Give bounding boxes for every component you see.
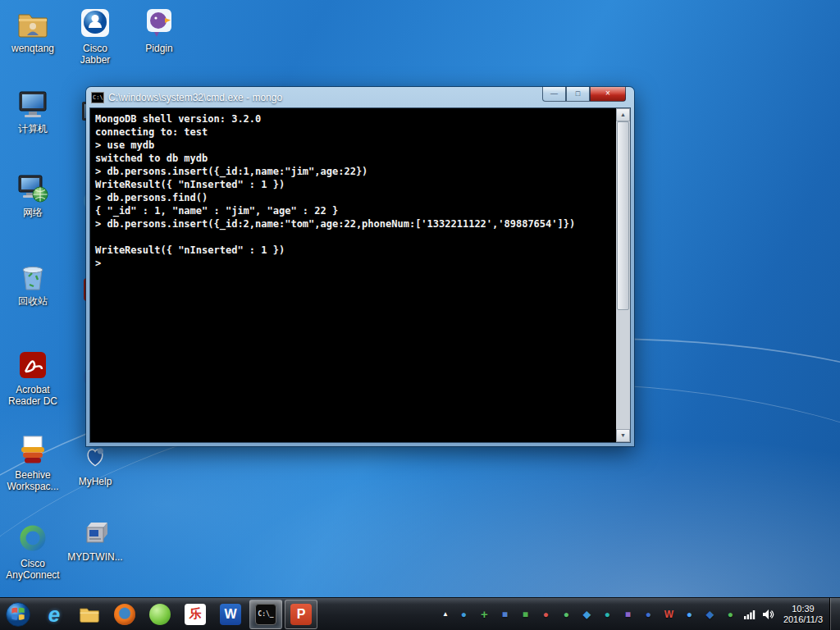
tray-icon[interactable]: ◆: [577, 598, 597, 630]
tray-icon[interactable]: +: [474, 598, 495, 630]
desktop-icon-label: MyHelp: [79, 476, 112, 487]
jabber-icon: [78, 7, 112, 41]
tray-icon[interactable]: ●: [556, 598, 577, 630]
taskbar: e 乐 W C:\_ P ▲ ● + ■ ■ ● ● ◆ ● ■ ● W ● ◆: [0, 597, 840, 630]
desktop-icon-label: 计算机: [18, 123, 48, 135]
desktop-icon-wenqtang[interactable]: wenqtang: [5, 7, 61, 54]
terminal-line: switched to db mydb: [95, 152, 611, 165]
desktop-icon-network[interactable]: 网络: [5, 171, 61, 218]
tray-icon[interactable]: ●: [638, 598, 659, 630]
desktop-icon-myhelp[interactable]: MyHelp: [67, 440, 123, 487]
tray-icon[interactable]: ●: [536, 598, 556, 630]
tray-icon[interactable]: ■: [515, 598, 536, 630]
recycle-bin-icon: [16, 259, 50, 294]
tray-expand-arrow-icon[interactable]: ▲: [437, 610, 454, 618]
green-browser-icon: [149, 604, 171, 625]
terminal-line: { "_id" : 1, "name" : "jim", "age" : 22 …: [95, 204, 611, 217]
desktop-icon-cisco-anyconnect[interactable]: Cisco AnyConnect: [2, 522, 64, 581]
tray-icon[interactable]: ●: [720, 598, 741, 630]
terminal-line: WriteResult({ "nInserted" : 1 }): [95, 178, 611, 191]
taskbar-clock[interactable]: 10:39 2016/11/3: [777, 604, 829, 625]
desktop-icon-recycle-bin[interactable]: 回收站: [5, 259, 61, 307]
network-icon[interactable]: [741, 598, 759, 630]
maximize-button[interactable]: □: [566, 87, 590, 102]
tray-icon[interactable]: ●: [679, 598, 700, 630]
desktop-icon-cisco-jabber[interactable]: Cisco Jabber: [67, 7, 123, 66]
taskbar-letv[interactable]: 乐: [179, 600, 212, 629]
terminal-line: MongoDB shell version: 3.2.0: [95, 112, 611, 126]
tray-icon[interactable]: ◆: [700, 598, 720, 630]
desktop-icon-label: Acrobat Reader DC: [2, 384, 64, 407]
close-button[interactable]: ×: [590, 87, 626, 102]
desktop-icon-acrobat-reader[interactable]: Acrobat Reader DC: [2, 348, 64, 407]
clock-date: 2016/11/3: [783, 614, 823, 625]
terminal-line: > db.persons.insert({_id:1,name:"jim",ag…: [95, 165, 611, 178]
taskbar-powerpoint[interactable]: P: [285, 600, 317, 629]
desktop-icon-label: wenqtang: [11, 43, 54, 54]
tray-icon[interactable]: ■: [618, 598, 638, 630]
taskbar-apps: e 乐 W C:\_ P: [38, 600, 317, 629]
scroll-down-arrow-icon[interactable]: ▼: [616, 429, 630, 442]
terminal-line: > use mydb: [95, 139, 611, 152]
volume-icon[interactable]: [759, 598, 777, 630]
desktop-icon-label: MYDTWIN...: [67, 551, 122, 563]
pidgin-icon: [142, 7, 176, 41]
ie-icon: e: [48, 604, 60, 625]
computer-icon: [16, 87, 50, 121]
desktop-icon-label: 网络: [23, 207, 43, 218]
terminal-line: connecting to: test: [95, 126, 611, 139]
desktop-icon-label: 回收站: [18, 295, 48, 307]
scroll-up-arrow-icon[interactable]: ▲: [616, 108, 630, 121]
system-tray: ▲ ● + ■ ■ ● ● ◆ ● ■ ● W ● ◆ ● 10:39 2016…: [437, 598, 840, 630]
anyconnect-icon: [16, 522, 50, 556]
windows-logo-icon: [4, 600, 32, 628]
desktop-icon-label: Cisco AnyConnect: [2, 558, 64, 581]
desktop-icon-label: Pidgin: [145, 43, 172, 54]
desktop-icon-pidgin[interactable]: Pidgin: [131, 7, 187, 54]
terminal-scrollbar[interactable]: ▲ ▼: [616, 108, 630, 442]
terminal-line: >: [95, 257, 611, 270]
terminal-line: WriteResult({ "nInserted" : 1 }): [95, 244, 611, 257]
desktop: wenqtang Cisco Jabber Pidgin 计算机 网络 回收站: [0, 0, 840, 630]
taskbar-internet-explorer[interactable]: e: [38, 600, 71, 629]
show-desktop-button[interactable]: [829, 598, 840, 630]
minimize-button[interactable]: —: [542, 87, 566, 102]
terminal-client-area: MongoDB shell version: 3.2.0 connecting …: [89, 107, 631, 443]
cmd-icon: C:\_: [255, 604, 276, 625]
taskbar-word[interactable]: W: [214, 600, 247, 629]
cmd-window-icon: C:\: [91, 92, 104, 103]
taskbar-windows-explorer[interactable]: [73, 600, 106, 629]
window-title: C:\windows\system32\cmd.exe - mongo: [108, 92, 282, 103]
letv-icon: 乐: [185, 604, 206, 625]
tray-icon[interactable]: ■: [495, 598, 515, 630]
clock-time: 10:39: [783, 604, 823, 614]
taskbar-green-browser[interactable]: [144, 600, 176, 629]
powerpoint-icon: P: [290, 604, 312, 625]
scrollbar-thumb[interactable]: [617, 121, 629, 310]
window-titlebar[interactable]: C:\ C:\windows\system32\cmd.exe - mongo …: [86, 87, 634, 107]
installer-box-icon: [78, 515, 112, 550]
caption-buttons: — □ ×: [542, 87, 626, 102]
terminal-output[interactable]: MongoDB shell version: 3.2.0 connecting …: [90, 108, 616, 442]
terminal-line: [95, 231, 611, 244]
tray-icon[interactable]: ●: [597, 598, 618, 630]
tray-icon[interactable]: W: [659, 598, 679, 630]
terminal-line: > db.persons.insert({_id:2,name:"tom",ag…: [95, 217, 611, 231]
desktop-icon-computer[interactable]: 计算机: [5, 87, 61, 135]
desktop-icon-beehive[interactable]: Beehive Workspac...: [2, 433, 64, 492]
beehive-icon: [16, 433, 50, 468]
desktop-icon-mydtwin[interactable]: MYDTWIN...: [67, 515, 123, 563]
taskbar-firefox[interactable]: [108, 600, 141, 629]
firefox-icon: [114, 604, 135, 625]
desktop-icon-label: Cisco Jabber: [67, 43, 123, 66]
desktop-icon-label: Beehive Workspac...: [2, 469, 64, 492]
network-icon: [16, 171, 50, 205]
word-icon: W: [220, 604, 241, 625]
user-folder-icon: [16, 7, 50, 41]
terminal-line: > db.persons.find(): [95, 191, 611, 204]
taskbar-cmd[interactable]: C:\_: [249, 600, 282, 629]
tray-icon[interactable]: ●: [454, 598, 474, 630]
folder-icon: [79, 604, 100, 625]
acrobat-icon: [16, 348, 50, 382]
start-button[interactable]: [0, 598, 36, 630]
